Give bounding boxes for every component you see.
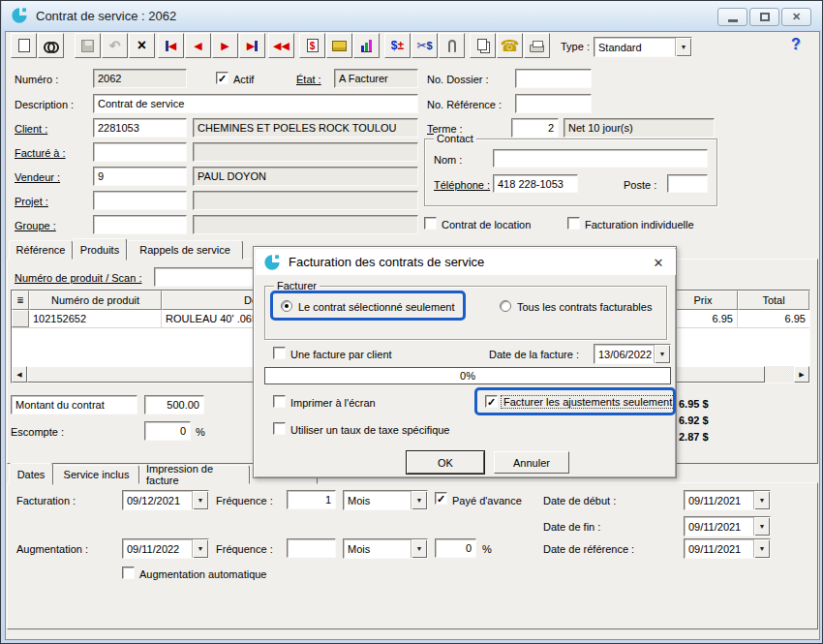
dropdown-arrow-icon[interactable]: ▼ xyxy=(411,539,427,558)
new-contract-button[interactable] xyxy=(11,33,37,58)
paye-avance-checkbox[interactable]: ✓ xyxy=(435,492,447,505)
escompte-input[interactable]: 0 xyxy=(144,421,191,441)
attachment-button[interactable] xyxy=(439,33,465,58)
date-reference-select[interactable]: 09/11/2021▼ xyxy=(684,538,771,559)
print-button[interactable] xyxy=(524,33,550,58)
tab-impression-facture[interactable]: Impression de facture xyxy=(139,465,250,484)
grid-selector-header[interactable]: ≣ xyxy=(12,291,29,310)
etat-link[interactable]: État : xyxy=(296,74,321,85)
taux-taxe-checkbox[interactable] xyxy=(273,422,286,435)
vendeur-code-input[interactable]: 9 xyxy=(93,167,187,186)
montant-description-input[interactable]: Montant du contrat xyxy=(11,395,137,414)
statistics-button[interactable] xyxy=(353,33,380,58)
save-icon xyxy=(81,40,94,52)
delete-button[interactable]: × xyxy=(129,33,155,58)
actif-checkbox[interactable]: ✓ xyxy=(216,72,229,84)
facture-a-code-input[interactable] xyxy=(93,142,187,162)
search-button[interactable] xyxy=(38,33,64,58)
scroll-left-button[interactable]: ◀ xyxy=(12,366,27,383)
scroll-right-button[interactable]: ▶ xyxy=(794,366,809,383)
close-button[interactable]: ✕ xyxy=(781,8,811,26)
type-select[interactable]: Standard ▼ xyxy=(594,37,692,57)
first-record-button[interactable]: ◀ xyxy=(158,33,184,58)
date-fin-select[interactable]: 09/11/2021▼ xyxy=(684,516,771,537)
ajustements-label: Facturer les ajustements seulement xyxy=(502,396,674,408)
groupe-link[interactable]: Groupe : xyxy=(15,220,56,231)
total-line-2: 6.92 $ xyxy=(679,414,709,426)
discount-button[interactable]: ✂ $ xyxy=(412,33,438,58)
facturation-individuelle-checkbox[interactable] xyxy=(567,217,580,230)
reference-input[interactable] xyxy=(515,94,592,113)
tab-reference[interactable]: Référence xyxy=(9,240,73,260)
projet-code-input[interactable] xyxy=(93,191,187,210)
dossier-input[interactable] xyxy=(515,69,592,88)
projet-link[interactable]: Projet : xyxy=(15,196,48,207)
client-code-input[interactable]: 2281053 xyxy=(93,118,187,138)
client-link[interactable]: Client : xyxy=(15,123,47,135)
maximize-button[interactable] xyxy=(749,8,779,26)
copy-button[interactable] xyxy=(470,33,496,58)
augmentation-pct-input[interactable]: 0 xyxy=(435,538,476,558)
invoice-button[interactable]: $ xyxy=(299,33,325,58)
col-prix-header[interactable]: Prix xyxy=(668,291,738,310)
telephone-link[interactable]: Téléphone : xyxy=(434,179,490,191)
tab-service-inclus[interactable]: Service inclus xyxy=(53,465,139,484)
phone-button[interactable]: ☎ xyxy=(497,33,523,58)
ok-button[interactable]: OK xyxy=(407,451,484,474)
next-record-button[interactable]: ▶ xyxy=(212,33,238,58)
vendeur-link[interactable]: Vendeur : xyxy=(15,171,60,183)
escompte-percent-label: % xyxy=(196,426,205,438)
col-total-header[interactable]: Total xyxy=(738,291,809,310)
dropdown-arrow-icon[interactable]: ▼ xyxy=(654,345,670,363)
tab-rappels[interactable]: Rappels de service xyxy=(127,240,243,260)
list-icon: ≣ xyxy=(16,295,24,305)
payment-button[interactable] xyxy=(326,33,352,58)
une-facture-checkbox[interactable] xyxy=(273,347,286,359)
dropdown-arrow-icon[interactable]: ▼ xyxy=(192,539,208,558)
augmentation-date-select[interactable]: 09/11/2022▼ xyxy=(122,538,209,559)
price-adjustment-button[interactable]: $ ± xyxy=(384,33,411,58)
dropdown-arrow-icon[interactable]: ▼ xyxy=(675,38,691,56)
nom-input[interactable] xyxy=(493,149,708,168)
minimize-button[interactable] xyxy=(717,8,747,26)
dialog-close-button[interactable]: ✕ xyxy=(651,255,666,270)
augmentation-auto-checkbox[interactable] xyxy=(122,567,135,579)
facturation-date-select[interactable]: 09/12/2021▼ xyxy=(122,490,209,510)
scroll-track[interactable] xyxy=(765,366,794,383)
annuler-button[interactable]: Annuler xyxy=(494,451,569,474)
dropdown-arrow-icon[interactable]: ▼ xyxy=(192,491,208,509)
dropdown-arrow-icon[interactable]: ▼ xyxy=(753,517,770,536)
frequence2-input[interactable] xyxy=(287,538,336,558)
tab-dates[interactable]: Dates xyxy=(9,463,53,485)
tab-produits[interactable]: Produits xyxy=(73,238,127,261)
revert-button[interactable]: ↶ xyxy=(102,33,128,58)
contrat-selectionne-radio[interactable] xyxy=(281,300,292,312)
ajustements-checkbox[interactable]: ✓ xyxy=(485,395,498,408)
dropdown-arrow-icon[interactable]: ▼ xyxy=(753,539,770,558)
dropdown-arrow-icon[interactable]: ▼ xyxy=(753,491,770,509)
date-facture-select[interactable]: 13/06/2022▼ xyxy=(594,344,671,364)
row-selector[interactable] xyxy=(12,310,29,327)
tous-contrats-radio[interactable] xyxy=(500,300,511,312)
description-input[interactable]: Contrat de service xyxy=(93,94,418,113)
unite1-select[interactable]: Mois▼ xyxy=(343,490,428,510)
fast-previous-button[interactable]: ◀◀ xyxy=(268,33,294,58)
help-icon[interactable]: ? xyxy=(791,36,801,53)
dropdown-arrow-icon[interactable]: ▼ xyxy=(411,491,427,509)
col-numero-header[interactable]: Numéro de produit xyxy=(29,291,162,310)
montant-amount-input[interactable]: 500.00 xyxy=(144,395,204,414)
terme-code-input[interactable]: 2 xyxy=(511,118,559,138)
date-debut-select[interactable]: 09/11/2021▼ xyxy=(684,490,771,510)
facture-a-link[interactable]: Facturé à : xyxy=(15,147,66,159)
poste-input[interactable] xyxy=(667,174,708,193)
frequence1-input[interactable]: 1 xyxy=(287,490,336,509)
groupe-code-input[interactable] xyxy=(93,215,187,234)
imprimer-checkbox[interactable] xyxy=(273,395,286,408)
dossier-label: No. Dossier : xyxy=(427,74,489,85)
unite2-select[interactable]: Mois▼ xyxy=(343,538,428,559)
last-record-button[interactable]: ▶ xyxy=(239,33,265,58)
save-button[interactable] xyxy=(75,33,101,58)
contrat-location-checkbox[interactable] xyxy=(424,217,437,230)
telephone-input[interactable]: 418 228-1053 xyxy=(493,174,578,193)
previous-record-button[interactable]: ◀ xyxy=(185,33,211,58)
